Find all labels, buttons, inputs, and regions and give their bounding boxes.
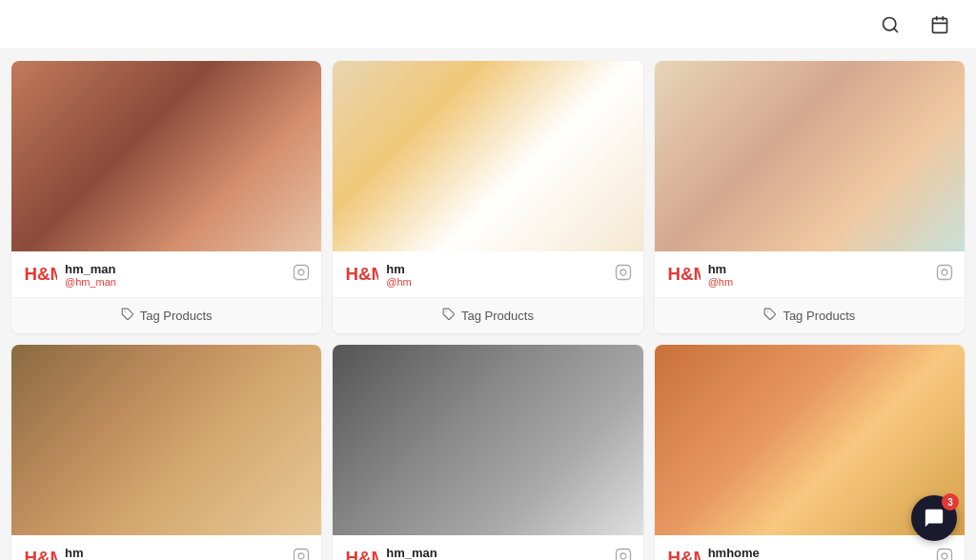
card-info-6: H&M hmhome @hmhome: [655, 535, 965, 560]
instagram-icon-3: [936, 264, 953, 286]
tag-products-button-1[interactable]: Tag Products: [11, 298, 321, 333]
instagram-icon-2: [615, 264, 632, 286]
svg-point-33: [942, 553, 947, 559]
svg-text:H&M: H&M: [24, 548, 57, 560]
card-info-1: H&M hm_man @hm_man: [11, 251, 321, 298]
instagram-icon-6: [936, 548, 953, 561]
svg-line-1: [894, 28, 898, 31]
svg-text:H&M: H&M: [667, 548, 701, 560]
account-name-1: hm_man: [65, 262, 116, 276]
card-grid: H&M hm_man @hm_man Tag Products H&M: [0, 50, 976, 560]
account-name-3: hm: [708, 262, 733, 276]
svg-rect-12: [616, 265, 630, 279]
hm-logo-3: H&M: [666, 261, 701, 288]
account-handle-3: @hm: [708, 276, 733, 288]
account-name-6: hmhome: [708, 546, 760, 560]
svg-point-14: [626, 268, 627, 269]
svg-text:H&M: H&M: [346, 548, 379, 560]
svg-rect-2: [933, 18, 947, 32]
card-info-5: H&M hm_man @hm_man: [333, 535, 642, 560]
svg-point-9: [305, 268, 306, 269]
tag-label-2: Tag Products: [461, 309, 534, 323]
tag-icon-1: [121, 308, 134, 324]
card-image-5: [333, 345, 642, 535]
card-5: H&M hm_man @hm_man Tag Products: [333, 345, 642, 560]
hm-logo-2: H&M: [344, 261, 378, 288]
svg-rect-17: [938, 265, 952, 279]
hm-logo-5: H&M: [344, 545, 378, 560]
card-2: H&M hm @hm Tag Products: [333, 61, 642, 333]
svg-text:H&M: H&M: [346, 264, 379, 284]
account-name-4: hm: [65, 546, 90, 560]
account-handle-1: @hm_man: [65, 276, 116, 288]
svg-text:H&M: H&M: [24, 264, 57, 284]
card-1: H&M hm_man @hm_man Tag Products: [11, 61, 321, 333]
card-info-3: H&M hm @hm: [655, 251, 965, 298]
svg-point-8: [298, 270, 304, 275]
hm-logo-1: H&M: [23, 261, 57, 288]
calendar-button[interactable]: [923, 8, 957, 42]
svg-point-13: [620, 270, 626, 275]
tag-label-1: Tag Products: [140, 309, 213, 323]
hm-logo-6: H&M: [666, 545, 701, 560]
tag-products-button-2[interactable]: Tag Products: [333, 298, 642, 333]
svg-text:H&M: H&M: [667, 264, 701, 284]
svg-point-34: [948, 551, 949, 552]
tag-products-button-3[interactable]: Tag Products: [655, 298, 965, 333]
instagram-icon-1: [293, 264, 310, 286]
svg-rect-7: [295, 265, 309, 279]
svg-point-19: [948, 268, 949, 269]
tag-icon-3: [763, 308, 777, 324]
svg-point-18: [942, 270, 947, 275]
account-name-2: hm: [386, 262, 411, 276]
tag-label-3: Tag Products: [783, 309, 855, 323]
card-info-4: H&M hm @hm: [11, 535, 321, 560]
instagram-icon-5: [615, 548, 632, 561]
account-handle-2: @hm: [386, 276, 411, 288]
svg-point-24: [305, 551, 306, 552]
search-button[interactable]: [873, 8, 907, 42]
card-image-4: [11, 345, 321, 535]
card-image-1: [11, 61, 321, 251]
tag-icon-2: [442, 308, 456, 324]
app-header: [0, 0, 976, 50]
card-image-3: [655, 61, 965, 251]
hm-logo-4: H&M: [23, 545, 57, 560]
svg-point-23: [298, 553, 304, 559]
card-4: H&M hm @hm Tag Products: [11, 345, 321, 560]
instagram-icon-4: [293, 548, 310, 561]
chat-bubble[interactable]: 3: [911, 495, 957, 541]
svg-point-29: [626, 551, 627, 552]
account-name-5: hm_man: [386, 546, 437, 560]
card-3: H&M hm @hm Tag Products: [655, 61, 965, 333]
chat-badge: 3: [942, 493, 959, 510]
card-image-2: [333, 61, 642, 251]
svg-point-28: [620, 553, 626, 559]
card-info-2: H&M hm @hm: [333, 251, 642, 298]
